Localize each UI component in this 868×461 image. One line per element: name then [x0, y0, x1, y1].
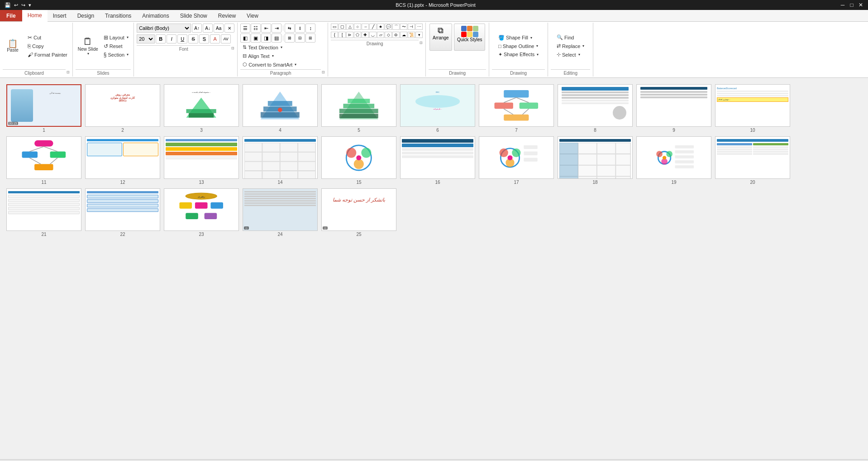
shape-oval[interactable]: ○: [354, 24, 361, 30]
minimize-button[interactable]: ─: [839, 1, 846, 9]
shape-arrow[interactable]: →: [362, 24, 369, 30]
shape-brace[interactable]: {: [331, 32, 338, 38]
slide-thumb-container[interactable]: 9: [636, 84, 711, 133]
slide-thumb-container[interactable]: 15: [321, 136, 396, 185]
quick-styles-button[interactable]: Quick Styles: [454, 24, 486, 51]
slide-thumb[interactable]: BalancedScorecardمهمترین اهداف...: [715, 84, 790, 127]
slide-thumb[interactable]: مجموعه اهداف بلندمدت...: [164, 84, 239, 127]
redo-button[interactable]: ↪: [20, 2, 26, 9]
shape-fill-button[interactable]: 🪣 Shape Fill ▾: [496, 34, 541, 42]
tab-review[interactable]: Review: [213, 10, 241, 21]
slide-thumb[interactable]: [558, 136, 633, 179]
tab-transitions[interactable]: Transitions: [100, 10, 137, 21]
tab-view[interactable]: View: [241, 10, 264, 21]
slide-thumb[interactable]: BSCنام شرکت...: [400, 84, 475, 127]
slide-thumb[interactable]: باتشکر از حسن توجه شما☺: [321, 188, 396, 231]
shape-callout[interactable]: 💬: [385, 24, 392, 30]
slide-thumb-container[interactable]: BSCنام شرکت...6: [400, 84, 475, 133]
tab-slideshow[interactable]: Slide Show: [175, 10, 213, 21]
shape-cylinder[interactable]: ⊖: [392, 32, 400, 38]
maximize-button[interactable]: □: [848, 1, 855, 9]
slide-thumb-container[interactable]: 21: [6, 188, 81, 237]
shape-arc[interactable]: ◡: [369, 32, 377, 38]
change-case-button[interactable]: Aa: [214, 24, 224, 33]
slide-thumb[interactable]: [243, 84, 318, 127]
clipboard-expand-icon[interactable]: ⊡: [67, 70, 70, 74]
slide-thumb[interactable]: رهبری: [164, 188, 239, 231]
shape-line[interactable]: ╱: [369, 24, 377, 30]
bold-button[interactable]: B: [156, 34, 166, 43]
tab-insert[interactable]: Insert: [48, 10, 72, 21]
slide-thumb-container[interactable]: مجموعه اهداف بلندمدت...3: [164, 84, 239, 133]
shape-parallelogram[interactable]: ▱: [377, 32, 384, 38]
italic-button[interactable]: I: [167, 34, 176, 43]
section-button[interactable]: § Section ▾: [101, 51, 131, 59]
undo-button[interactable]: ↩: [13, 2, 19, 9]
layout-button[interactable]: ⊞ Layout ▾: [101, 34, 131, 42]
slide-thumb-container[interactable]: 4: [243, 84, 318, 133]
slide-thumb[interactable]: بیسمه تعالی00:15: [6, 84, 81, 127]
col2-button[interactable]: ⊟: [295, 34, 305, 43]
slide-thumb[interactable]: [400, 136, 475, 179]
convert-smartart-button[interactable]: ⬡ Convert to SmartArt ▾: [240, 61, 299, 68]
col3-button[interactable]: ⊞: [305, 34, 315, 43]
slide-thumb[interactable]: [85, 188, 160, 231]
customize-qa-button[interactable]: ▾: [28, 2, 32, 9]
paragraph-expand-icon[interactable]: ⊡: [322, 70, 325, 74]
slide-thumb-container[interactable]: 5: [321, 84, 396, 133]
shape-extras[interactable]: ▾: [415, 32, 423, 38]
quick-access-toolbar[interactable]: 💾 ↩ ↪ ▾: [4, 2, 32, 9]
shape-diamond[interactable]: ◇: [385, 32, 392, 38]
shape-freeform[interactable]: 〜: [400, 24, 407, 30]
new-slide-dropdown-arrow[interactable]: ▾: [87, 52, 89, 56]
shape-rounded-rect[interactable]: ▢: [339, 24, 346, 30]
slide-thumb[interactable]: [479, 136, 554, 179]
decrease-indent-button[interactable]: ⇤: [261, 24, 271, 33]
slide-thumb-container[interactable]: 16: [400, 136, 475, 185]
slide-thumb-container[interactable]: BalancedScorecardمهمترین اهداف...10: [715, 84, 790, 133]
shape-outline-button[interactable]: □ Shape Outline ▾: [496, 43, 541, 50]
slide-thumb-container[interactable]: 8: [558, 84, 633, 133]
slide-thumb[interactable]: [243, 136, 318, 179]
tab-file[interactable]: File: [0, 10, 22, 21]
shape-triangle[interactable]: △: [346, 24, 353, 30]
slide-thumb[interactable]: ☺: [243, 188, 318, 231]
align-right-button[interactable]: ◨: [261, 34, 271, 43]
close-button[interactable]: ✕: [857, 1, 864, 9]
slide-thumb-container[interactable]: 22: [85, 188, 160, 237]
shape-rect[interactable]: ▭: [331, 24, 338, 30]
shadow-button[interactable]: S: [199, 34, 209, 43]
slide-thumb-container[interactable]: 11: [6, 136, 81, 185]
shape-bracket[interactable]: [: [339, 32, 346, 38]
underline-button[interactable]: U: [177, 34, 187, 43]
slide-thumb-container[interactable]: 12: [85, 136, 160, 185]
align-text-button[interactable]: ⊟ Align Text ▾: [240, 52, 276, 60]
line-spacing-button[interactable]: ↕: [305, 24, 315, 33]
justify-button[interactable]: ▤: [272, 34, 281, 43]
copy-button[interactable]: ⎘ Copy: [25, 42, 70, 50]
shape-effects-button[interactable]: ✦ Shape Effects ▾: [496, 51, 541, 58]
shape-cloud[interactable]: ☁: [400, 32, 407, 38]
shape-chevron[interactable]: ⊳: [346, 32, 353, 38]
slide-thumb[interactable]: [715, 136, 790, 179]
increase-font-button[interactable]: A↑: [192, 24, 202, 33]
shape-scroll[interactable]: 📜: [408, 32, 415, 38]
decrease-font-button[interactable]: A↓: [203, 24, 213, 33]
slide-thumb[interactable]: [321, 136, 396, 179]
shape-more[interactable]: ⋯: [415, 24, 423, 30]
slide-thumb[interactable]: [479, 84, 554, 127]
slide-thumb-container[interactable]: بیسمه تعالی00:151: [6, 84, 81, 133]
new-slide-button[interactable]: 🗒 New Slide ▾: [76, 32, 100, 60]
strikethrough-button[interactable]: S: [188, 34, 198, 43]
shape-star[interactable]: ★: [377, 24, 384, 30]
font-size-select[interactable]: 20: [137, 34, 155, 43]
window-controls[interactable]: ─ □ ✕: [839, 1, 864, 9]
clear-format-button[interactable]: ✕: [224, 24, 234, 33]
slide-thumb[interactable]: [6, 188, 81, 231]
slide-thumb[interactable]: [636, 136, 711, 179]
slide-thumb-container[interactable]: 7: [479, 84, 554, 133]
slide-thumb-container[interactable]: 20: [715, 136, 790, 185]
reset-button[interactable]: ↺ Reset: [101, 42, 131, 50]
tab-animations[interactable]: Animations: [137, 10, 174, 21]
slide-thumb[interactable]: [6, 136, 81, 179]
